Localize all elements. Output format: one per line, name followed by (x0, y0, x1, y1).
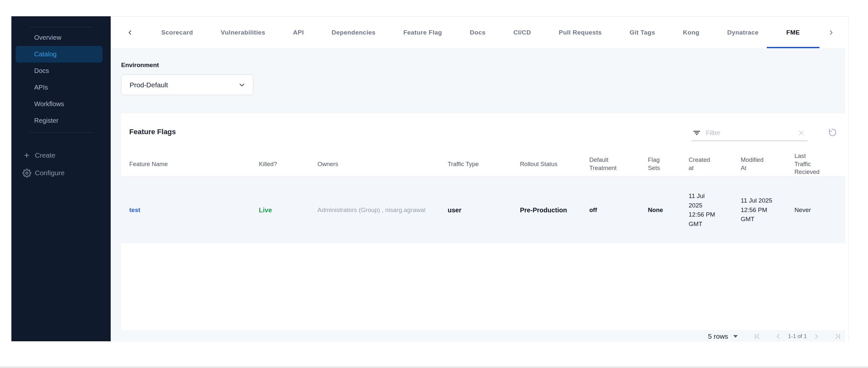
feature-flags-panel: Feature Flags Fe (121, 113, 845, 330)
previous-page-button[interactable] (774, 333, 782, 340)
pagination-bar: 5 rows 1-1 of 1 (708, 330, 842, 343)
tab-fme[interactable]: FME (786, 17, 800, 48)
configure-button[interactable]: Configure (11, 164, 111, 182)
column-header-feature-name: Feature Name (129, 160, 259, 168)
tabs-scroll-left-button[interactable] (126, 29, 133, 36)
next-page-button[interactable] (813, 333, 820, 340)
tab-dependencies[interactable]: Dependencies (332, 17, 376, 48)
cell-killed-status: Live (259, 205, 317, 215)
column-header-flag-sets: Flag Sets (648, 156, 689, 172)
chevron-down-icon (238, 81, 246, 89)
column-header-traffic-type: Traffic Type (448, 160, 520, 168)
rows-per-page-value: 5 rows (708, 333, 728, 340)
tab-scorecard[interactable]: Scorecard (161, 17, 193, 48)
cell-flag-sets: None (648, 206, 689, 215)
main-content: Scorecard Vulnerabilities API Dependenci… (111, 16, 849, 342)
table-header-row: Feature Name Killed? Owners Traffic Type… (129, 152, 845, 177)
filter-input[interactable] (705, 129, 797, 137)
sidebar-item-overview[interactable]: Overview (11, 29, 111, 46)
tab-vulnerabilities[interactable]: Vulnerabilities (221, 17, 265, 48)
environment-select[interactable]: Prod-Default (121, 74, 253, 95)
sidebar: Overview Catalog Docs APIs Workflows Reg… (11, 16, 111, 341)
sidebar-divider (29, 132, 93, 132)
cell-default-treatment: off (589, 206, 648, 215)
cell-rollout-status: Pre-Production (520, 205, 589, 215)
column-header-default-treatment: Default Treatment (589, 156, 648, 172)
clear-filter-icon[interactable] (797, 129, 805, 137)
table-row[interactable]: test Live Administrators (Group) , nisar… (129, 177, 845, 243)
tab-kong[interactable]: Kong (683, 17, 700, 48)
last-page-button[interactable] (834, 332, 842, 341)
create-button[interactable]: + Create (11, 147, 111, 164)
entity-tab-bar: Scorecard Vulnerabilities API Dependenci… (111, 17, 848, 48)
sidebar-item-docs[interactable]: Docs (11, 63, 111, 79)
rows-per-page-select[interactable]: 5 rows (708, 333, 738, 340)
cell-last-traffic-recieved: Never (795, 206, 845, 215)
column-header-killed: Killed? (259, 160, 317, 168)
cell-feature-name[interactable]: test (129, 206, 259, 215)
sidebar-item-catalog[interactable]: Catalog (16, 46, 102, 63)
pagination-range-label: 1-1 of 1 (788, 333, 807, 340)
tab-pull-requests[interactable]: Pull Requests (559, 17, 602, 48)
environment-label: Environment (121, 62, 159, 69)
tabs-scroll-right-button[interactable] (828, 29, 835, 36)
column-header-created-at: Created at (689, 156, 741, 172)
cell-created-at: 11 Jul 2025 12:56 PM GMT (689, 191, 741, 228)
column-header-last-traffic-recieved: Last Traffic Recieved (795, 152, 845, 177)
cell-modified-at: 11 Jul 2025 12:56 PM GMT (741, 196, 795, 224)
sidebar-item-register[interactable]: Register (11, 112, 111, 129)
tab-api[interactable]: API (293, 17, 304, 48)
tab-docs[interactable]: Docs (470, 17, 486, 48)
gear-icon (21, 169, 32, 178)
tab-ci-cd[interactable]: CI/CD (514, 17, 531, 48)
column-header-owners: Owners (317, 160, 448, 168)
filter-icon (693, 129, 701, 137)
column-header-modified-at: Modified At (741, 156, 795, 172)
tab-panel-fme: Environment Prod-Default Feature Flags (111, 48, 845, 342)
caret-down-icon (733, 335, 738, 338)
cell-traffic-type: user (448, 205, 520, 215)
refresh-icon[interactable] (827, 128, 837, 137)
sidebar-item-workflows[interactable]: Workflows (11, 96, 111, 112)
sidebar-item-apis[interactable]: APIs (11, 79, 111, 96)
first-page-button[interactable] (753, 332, 761, 341)
tab-git-tags[interactable]: Git Tags (630, 17, 655, 48)
filter-field (691, 125, 807, 141)
panel-title: Feature Flags (129, 128, 176, 136)
tab-dynatrace[interactable]: Dynatrace (727, 17, 758, 48)
environment-selected-value: Prod-Default (130, 81, 168, 89)
bottom-edge-strip (0, 366, 868, 368)
cell-owners: Administrators (Group) , nisarg.agrawal (317, 206, 448, 215)
sidebar-divider (29, 27, 93, 27)
column-header-rollout-status: Rollout Status (520, 160, 589, 168)
plus-icon: + (21, 151, 32, 160)
tab-feature-flag[interactable]: Feature Flag (403, 17, 442, 48)
